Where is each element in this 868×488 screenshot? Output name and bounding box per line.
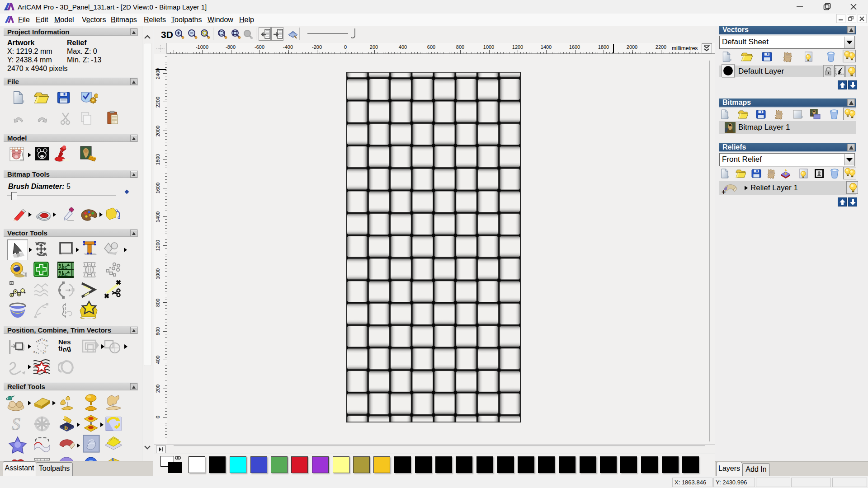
- svg-text:ABC: ABC: [59, 272, 68, 277]
- svg-text:r v e: r v e: [33, 350, 39, 355]
- svg-text:t e x t: t e x t: [35, 338, 43, 343]
- svg-text:o n: o n: [43, 338, 48, 343]
- svg-text:c u: c u: [42, 350, 47, 355]
- svg-text:b: b: [64, 424, 68, 431]
- svg-text:a: a: [46, 344, 50, 347]
- svg-text:ABC: ABC: [59, 265, 68, 270]
- svg-text:+: +: [722, 188, 726, 195]
- svg-text:S: S: [12, 415, 20, 433]
